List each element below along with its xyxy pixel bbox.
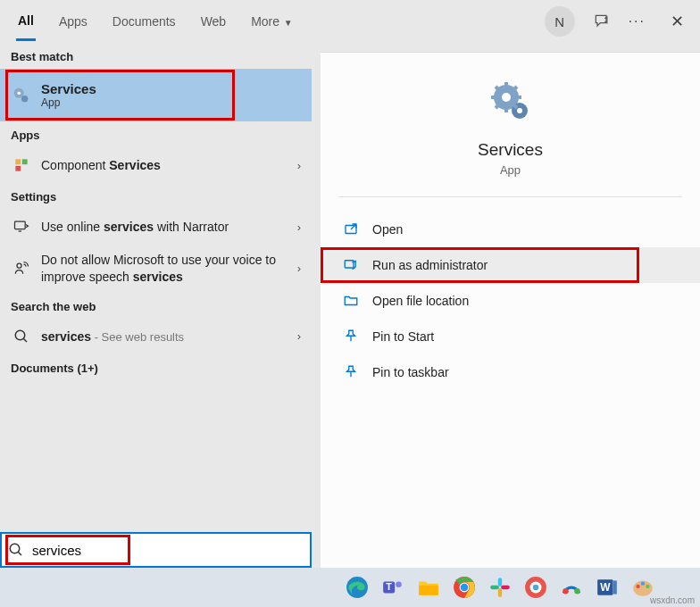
svg-point-37	[636, 585, 639, 588]
tab-documents[interactable]: Documents	[111, 4, 178, 39]
result-subtitle: App	[41, 96, 301, 109]
gear-icon	[11, 85, 32, 106]
svg-point-1	[21, 96, 28, 102]
gears-icon	[488, 79, 533, 124]
slack-icon[interactable]	[486, 573, 514, 602]
avatar[interactable]: N	[545, 6, 575, 37]
result-label: Use online services with Narrator	[41, 220, 297, 234]
chrome-icon[interactable]	[450, 573, 479, 602]
result-web-search[interactable]: services - See web results ›	[0, 319, 312, 354]
search-icon	[11, 326, 32, 347]
pin-icon	[342, 328, 360, 345]
header-right: N ··· ✕	[545, 6, 691, 37]
svg-point-23	[461, 584, 469, 592]
header: All Apps Documents Web More ▼ N ··· ✕	[0, 0, 700, 43]
action-run-as-admin[interactable]: Run as administrator	[321, 247, 700, 283]
action-open[interactable]: Open	[321, 212, 700, 247]
folder-icon	[342, 292, 360, 310]
svg-rect-25	[490, 586, 499, 589]
tab-all[interactable]: All	[16, 3, 36, 41]
taskbar: T W	[0, 568, 700, 607]
preview-pane: Services App Open Run as administrator	[321, 52, 700, 568]
search-web-heading: Search the web	[0, 293, 312, 319]
result-label: Component Services	[41, 158, 297, 172]
chevron-down-icon: ▼	[281, 18, 293, 28]
pin-icon	[342, 363, 360, 381]
svg-point-2	[17, 91, 21, 95]
action-label: Pin to taskbar	[372, 365, 449, 379]
edge-icon[interactable]	[343, 573, 371, 602]
documents-heading: Documents (1+)	[0, 354, 312, 380]
svg-text:W: W	[600, 581, 611, 594]
action-pin-to-start[interactable]: Pin to Start	[321, 319, 700, 354]
result-title: Services	[41, 81, 301, 96]
svg-point-7	[17, 263, 21, 268]
action-label: Open file location	[372, 294, 469, 308]
settings-heading: Settings	[0, 183, 312, 209]
result-component-services[interactable]: Component Services ›	[0, 147, 312, 183]
results-pane: Best match Services App Apps Component S…	[0, 43, 312, 568]
action-label: Pin to Start	[372, 329, 434, 344]
action-pin-to-taskbar[interactable]: Pin to taskbar	[321, 354, 700, 390]
action-open-file-location[interactable]: Open file location	[321, 283, 700, 319]
word-icon[interactable]: W	[593, 573, 621, 602]
feedback-icon[interactable]	[593, 12, 611, 30]
actions-list: Open Run as administrator Open file loca…	[321, 204, 700, 397]
action-label: Run as administrator	[372, 258, 488, 272]
svg-point-11	[502, 93, 511, 102]
svg-rect-5	[15, 166, 21, 171]
svg-rect-3	[15, 159, 21, 164]
monitor-icon	[11, 216, 32, 237]
tab-web[interactable]: Web	[199, 4, 229, 39]
teams-icon[interactable]: T	[379, 573, 407, 602]
svg-rect-20	[419, 586, 438, 595]
svg-point-8	[15, 330, 25, 340]
watermark: wsxdn.com	[650, 595, 695, 605]
svg-rect-26	[498, 588, 502, 597]
action-label: Open	[372, 222, 403, 237]
result-setting-narrator[interactable]: Use online services with Narrator ›	[0, 209, 312, 245]
search-bar[interactable]	[0, 532, 312, 568]
open-icon	[342, 220, 360, 238]
svg-rect-27	[501, 586, 510, 589]
chevron-right-icon: ›	[297, 220, 301, 234]
app-icon[interactable]	[557, 573, 586, 602]
chevron-right-icon: ›	[297, 329, 301, 343]
close-icon[interactable]: ✕	[663, 8, 691, 35]
svg-point-31	[562, 588, 569, 595]
svg-rect-35	[613, 580, 617, 594]
svg-point-19	[396, 582, 402, 588]
speech-icon	[11, 258, 32, 279]
tab-more[interactable]: More ▼	[249, 4, 295, 39]
file-explorer-icon[interactable]	[414, 573, 443, 602]
more-options-icon[interactable]: ···	[629, 13, 646, 29]
svg-point-39	[646, 585, 649, 588]
result-label: services - See web results	[41, 329, 297, 344]
chevron-right-icon: ›	[297, 262, 301, 275]
search-input[interactable]	[32, 543, 312, 558]
component-services-icon	[11, 154, 32, 176]
svg-rect-24	[498, 578, 502, 586]
result-label: Do not allow Microsoft to use your voice…	[41, 252, 297, 286]
search-icon	[0, 542, 32, 558]
preview-subtitle: App	[329, 163, 691, 177]
apps-heading: Apps	[0, 121, 312, 147]
svg-point-38	[641, 582, 645, 586]
svg-rect-6	[15, 221, 26, 229]
best-match-heading: Best match	[0, 43, 312, 69]
svg-point-30	[533, 585, 539, 591]
svg-text:T: T	[386, 581, 392, 592]
preview-title: Services	[329, 140, 691, 160]
result-setting-speech[interactable]: Do not allow Microsoft to use your voice…	[0, 245, 312, 293]
svg-point-32	[574, 588, 580, 595]
svg-rect-4	[22, 159, 28, 164]
result-services-app[interactable]: Services App	[0, 69, 312, 121]
svg-point-15	[10, 544, 20, 553]
chevron-right-icon: ›	[297, 159, 301, 172]
shield-icon	[342, 256, 360, 274]
svg-rect-14	[345, 261, 354, 268]
tabs: All Apps Documents Web More ▼	[16, 3, 295, 41]
tab-apps[interactable]: Apps	[57, 4, 89, 39]
app-icon[interactable]	[521, 573, 550, 602]
svg-point-12	[517, 108, 522, 113]
